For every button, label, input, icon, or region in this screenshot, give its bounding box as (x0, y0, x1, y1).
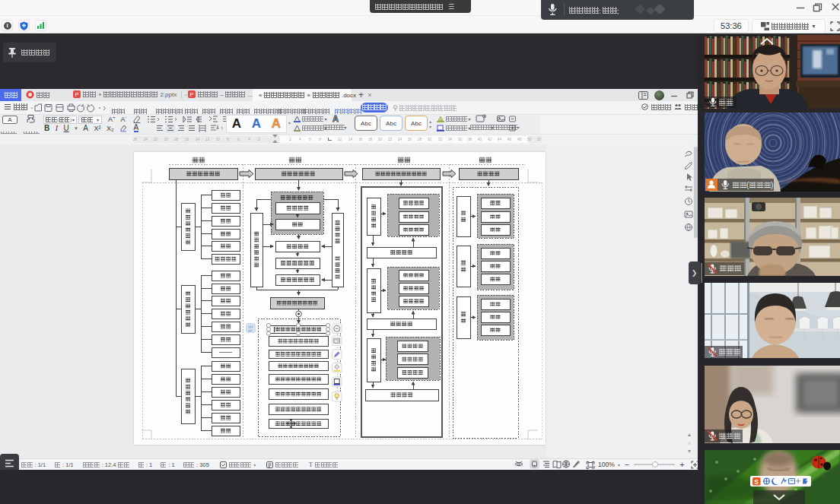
svg-text:P: P (75, 91, 78, 98)
svg-text:P: P (189, 91, 193, 98)
svg-text:S: S (754, 478, 759, 486)
svg-text:): ) (771, 181, 773, 189)
